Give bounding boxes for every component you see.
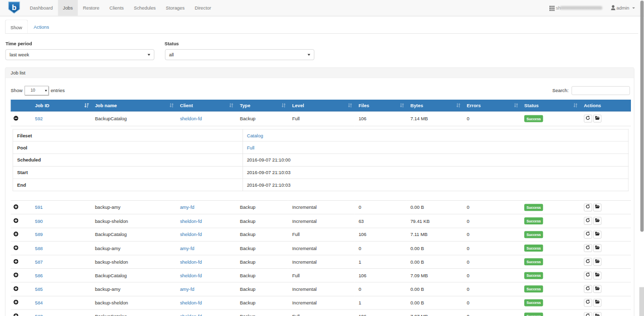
svg-text:b: b xyxy=(12,3,17,12)
